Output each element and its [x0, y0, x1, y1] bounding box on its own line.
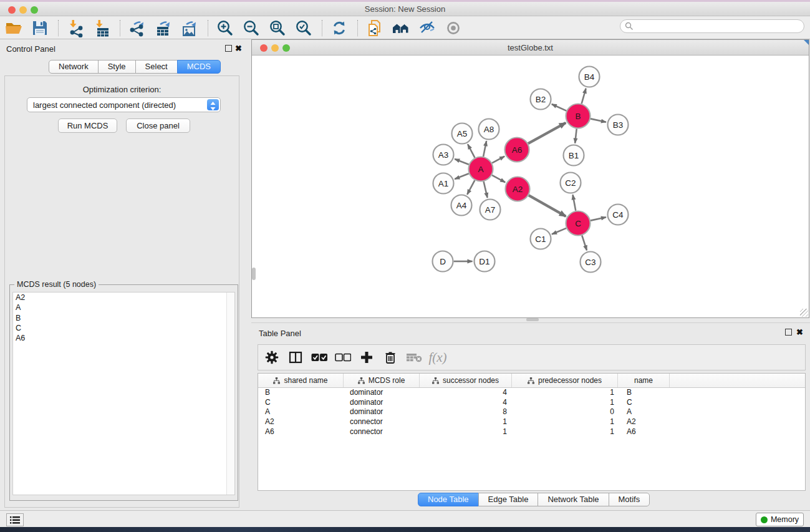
- tab-edge-table[interactable]: Edge Table: [478, 493, 539, 506]
- network-canvas[interactable]: AA6A2BCB4B2B3A8A5A3B1A1C2A4A7C4C1C3DD1: [252, 56, 809, 317]
- edge-A-A1[interactable]: [455, 173, 469, 179]
- export-table-icon[interactable]: [153, 17, 174, 39]
- edge-A-A5[interactable]: [468, 144, 475, 158]
- node-A[interactable]: A: [469, 157, 493, 181]
- table-float-button[interactable]: [785, 329, 792, 336]
- zoom-in-icon[interactable]: [215, 17, 236, 39]
- node-C1[interactable]: C1: [531, 229, 551, 249]
- network-window-titlebar[interactable]: testGlobe.txt: [252, 40, 809, 56]
- node-B2[interactable]: B2: [531, 89, 551, 110]
- mcds-result-item[interactable]: A6: [13, 333, 234, 343]
- node-B3[interactable]: B3: [608, 115, 629, 135]
- edge-A-A3[interactable]: [455, 159, 469, 165]
- node-A4[interactable]: A4: [451, 195, 472, 216]
- tab-select[interactable]: Select: [135, 60, 178, 74]
- mcds-result-item[interactable]: A2: [13, 293, 234, 302]
- node-A6[interactable]: A6: [505, 138, 529, 162]
- table-row[interactable]: A6connector11A6: [258, 427, 805, 437]
- column-header-MCDS-role[interactable]: MCDS role: [344, 374, 420, 387]
- edge-A-A8[interactable]: [483, 141, 486, 157]
- edge-B-B2[interactable]: [552, 104, 567, 111]
- column-settings-icon[interactable]: [263, 349, 281, 366]
- optimization-criterion-select[interactable]: largest connected component (directed): [27, 97, 221, 112]
- delete-column-icon[interactable]: [382, 349, 399, 366]
- function-builder-icon[interactable]: f(x): [429, 349, 446, 366]
- node-B4[interactable]: B4: [579, 67, 600, 87]
- edge-C-C2[interactable]: [573, 195, 576, 211]
- add-column-icon[interactable]: [358, 349, 375, 366]
- column-header-successor-nodes[interactable]: successor nodes: [420, 374, 512, 387]
- tab-network-table[interactable]: Network Table: [538, 493, 609, 506]
- tab-style[interactable]: Style: [98, 60, 136, 74]
- zoom-fit-icon[interactable]: [267, 17, 288, 39]
- memory-button[interactable]: Memory: [756, 513, 804, 526]
- task-history-button[interactable]: [6, 513, 24, 526]
- mcds-result-item[interactable]: B: [13, 313, 234, 323]
- node-D[interactable]: D: [433, 251, 453, 272]
- search-input[interactable]: [620, 19, 804, 33]
- node-B1[interactable]: B1: [564, 145, 584, 166]
- node-B[interactable]: B: [566, 104, 591, 128]
- float-panel-button[interactable]: [225, 45, 232, 52]
- import-table-icon[interactable]: [91, 17, 112, 39]
- mcds-list-scrollbar[interactable]: [226, 293, 234, 495]
- edge-B-B4[interactable]: [582, 89, 586, 104]
- edge-B-B3[interactable]: [591, 118, 606, 122]
- edge-A-A2[interactable]: [492, 175, 505, 182]
- column-header-name[interactable]: name: [618, 374, 670, 387]
- zoom-out-icon[interactable]: [241, 17, 262, 39]
- table-row[interactable]: Adominator80A: [258, 407, 805, 417]
- node-A7[interactable]: A7: [480, 200, 501, 220]
- table-close-icon[interactable]: ✖: [796, 327, 803, 337]
- edge-C-C4[interactable]: [591, 217, 606, 220]
- edge-B-B1[interactable]: [575, 128, 577, 143]
- refresh-layout-icon[interactable]: [329, 17, 350, 39]
- edge-C-C3[interactable]: [582, 236, 587, 251]
- tab-node-table[interactable]: Node Table: [418, 493, 479, 506]
- edge-A-A4[interactable]: [467, 180, 475, 195]
- node-A2[interactable]: A2: [506, 177, 530, 201]
- show-details-icon[interactable]: [443, 17, 464, 39]
- mcds-result-list[interactable]: A2ABCA6: [12, 292, 235, 495]
- window-resize-grip[interactable]: [800, 309, 808, 317]
- table-row[interactable]: A2connector11A2: [258, 417, 805, 427]
- mcds-result-item[interactable]: C: [13, 323, 234, 333]
- node-A5[interactable]: A5: [452, 123, 473, 144]
- node-A8[interactable]: A8: [479, 119, 499, 140]
- show-all-networks-icon[interactable]: [390, 17, 412, 39]
- node-A3[interactable]: A3: [433, 145, 454, 165]
- save-session-icon[interactable]: [29, 17, 51, 39]
- tab-network[interactable]: Network: [49, 60, 99, 74]
- edge-A-A7[interactable]: [484, 181, 488, 198]
- delete-table-icon[interactable]: [405, 349, 423, 366]
- run-mcds-button[interactable]: Run MCDS: [58, 118, 117, 133]
- canvas-hscroll-thumb[interactable]: [526, 318, 539, 321]
- export-image-icon[interactable]: [179, 17, 200, 39]
- node-C2[interactable]: C2: [561, 173, 581, 193]
- column-header-shared-name[interactable]: shared name: [258, 374, 344, 387]
- close-panel-button[interactable]: Close panel: [126, 118, 190, 133]
- node-D1[interactable]: D1: [475, 251, 495, 272]
- hide-details-icon[interactable]: [417, 17, 438, 39]
- mcds-result-item[interactable]: A: [13, 302, 234, 312]
- edge-A6-B[interactable]: [528, 123, 566, 143]
- clone-network-icon[interactable]: [364, 17, 385, 39]
- table-row[interactable]: Cdominator41C: [258, 398, 805, 408]
- close-panel-icon[interactable]: ✖: [235, 44, 242, 53]
- deselect-all-icon[interactable]: [334, 349, 352, 366]
- edge-A2-C[interactable]: [529, 195, 566, 216]
- node-A1[interactable]: A1: [433, 173, 454, 194]
- edge-C-C1[interactable]: [552, 228, 566, 235]
- zoom-selected-icon[interactable]: [293, 17, 314, 39]
- tab-motifs[interactable]: Motifs: [609, 493, 650, 506]
- import-network-icon[interactable]: [65, 17, 86, 39]
- node-C3[interactable]: C3: [581, 252, 601, 273]
- node-C4[interactable]: C4: [608, 205, 629, 225]
- export-network-icon[interactable]: [127, 17, 148, 39]
- node-C[interactable]: C: [566, 211, 591, 236]
- select-all-icon[interactable]: [311, 349, 328, 366]
- tab-mcds[interactable]: MCDS: [177, 60, 221, 74]
- table-row[interactable]: Bdominator41B: [258, 388, 805, 398]
- open-file-icon[interactable]: [3, 17, 24, 39]
- split-view-icon[interactable]: [287, 349, 304, 366]
